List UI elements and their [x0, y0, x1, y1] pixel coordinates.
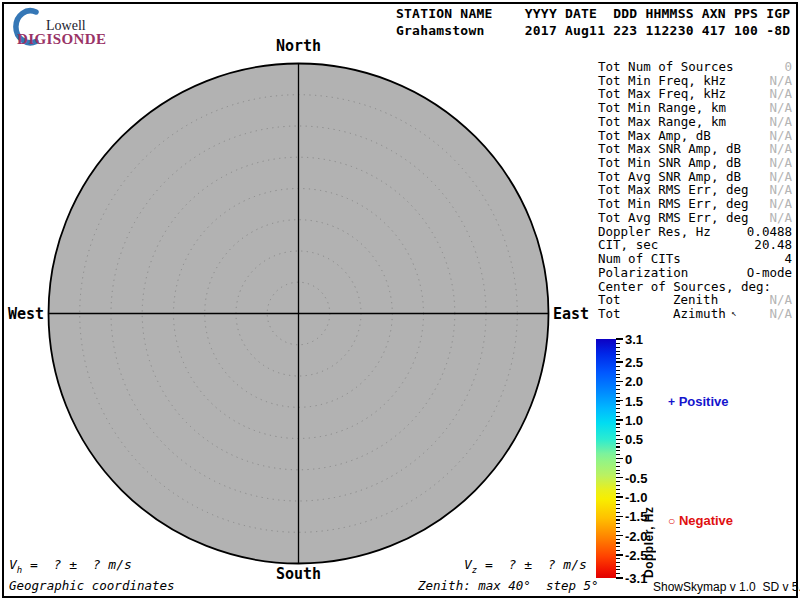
colorbar-tick — [616, 477, 623, 478]
stats-row: Num of CITs4 — [598, 252, 794, 266]
colorbar-tick-label: 0.5 — [625, 432, 643, 447]
colorbar-tick-label: 1.0 — [625, 412, 643, 427]
stats-label: Center of Sources, deg: — [598, 280, 771, 294]
stats-value: N/A — [769, 197, 792, 211]
colorbar-tick — [616, 400, 623, 401]
version-label: ShowSkymap v 1.0 SD v 5.1 — [653, 580, 800, 594]
stats-row: TotAzimuth ↖N/A — [598, 307, 794, 321]
compass-label-north: North — [47, 37, 550, 55]
stats-row: Tot Min RMS Err, degN/A — [598, 197, 794, 211]
stats-value: N/A — [769, 101, 792, 115]
stats-row: Tot Min Freq, kHzN/A — [598, 74, 794, 88]
stats-label: Doppler Res, Hz — [598, 225, 711, 239]
colorbar-tick-label: 3.1 — [625, 332, 643, 347]
vh-value: = ? ± ? m/s — [22, 557, 132, 572]
stats-value: N/A — [769, 156, 792, 170]
stats-label: Tot Min Freq, kHz — [598, 74, 726, 88]
stats-value: N/A — [769, 87, 792, 101]
azimuth-arrow-icon: ↖ — [726, 308, 737, 318]
stats-row: Tot Max SNR Amp, dBN/A — [598, 142, 794, 156]
legend-negative: ○ Negative — [668, 513, 733, 528]
stats-mid-label: Azimuth ↖ — [673, 307, 737, 323]
vz-value: = ? ± ? m/s — [477, 557, 587, 572]
positive-marker-icon: + — [668, 395, 675, 409]
stats-row: PolarizationO-mode — [598, 266, 794, 280]
colorbar-tick — [616, 439, 623, 440]
stats-value: N/A — [769, 129, 792, 143]
stats-label: Num of CITs — [598, 252, 681, 266]
stats-label: Tot Min Range, km — [598, 101, 726, 115]
showskymap-window: Lowell DIGISONDE STATION NAME YYYY DATE … — [0, 0, 800, 600]
stats-label: CIT, sec — [598, 238, 658, 252]
colorbar-tick — [616, 516, 623, 517]
stats-label: Tot Min RMS Err, deg — [598, 197, 749, 211]
colorbar-gradient — [596, 339, 616, 578]
legend-positive: + Positive — [668, 394, 729, 409]
vh-readout: Vh = ? ± ? m/s — [9, 557, 132, 575]
stats-value: N/A — [769, 170, 792, 184]
stats-row: CIT, sec20.48 — [598, 238, 794, 252]
stats-label: Tot Max RMS Err, deg — [598, 183, 749, 197]
stats-row: Doppler Res, Hz0.0488 — [598, 225, 794, 239]
stats-label: Tot Max Amp, dB — [598, 129, 711, 143]
stats-value: N/A — [769, 115, 792, 129]
colorbar-tick-label: 1.5 — [625, 393, 643, 408]
stats-value: N/A — [769, 307, 792, 321]
stats-value: O-mode — [747, 266, 792, 280]
stats-panel: Tot Num of Sources0Tot Min Freq, kHzN/AT… — [598, 60, 794, 321]
stats-value: 0.0488 — [747, 225, 792, 239]
stats-label: Tot Min SNR Amp, dB — [598, 156, 741, 170]
stats-value: N/A — [769, 74, 792, 88]
colorbar-tick — [616, 496, 623, 497]
stats-value: 4 — [784, 252, 792, 266]
stats-label: Tot — [598, 307, 621, 321]
stats-row: Tot Max Freq, kHzN/A — [598, 87, 794, 101]
stats-value: 20.48 — [754, 238, 792, 252]
legend-negative-label: Negative — [679, 513, 733, 528]
skymap-canvas — [47, 62, 550, 565]
coordinates-mode-label: Geographic coordinates — [9, 578, 175, 593]
stats-value: N/A — [769, 142, 792, 156]
compass-label-west: West — [0, 305, 44, 323]
stats-label: Tot Avg SNR Amp, dB — [598, 170, 741, 184]
stats-row: Tot Min SNR Amp, dBN/A — [598, 156, 794, 170]
stats-mid-label: Zenith — [673, 293, 718, 307]
stats-label: Tot — [598, 293, 621, 307]
colorbar-tick — [616, 577, 623, 578]
stats-value: N/A — [769, 211, 792, 225]
station-header-labels: STATION NAME YYYY DATE DDD HHMMSS AXN PP… — [396, 6, 790, 21]
colorbar-tick — [616, 338, 623, 339]
colorbar-tick-label: 2.5 — [625, 355, 643, 370]
station-header-values: Grahamstown 2017 Aug11 223 112230 417 10… — [396, 23, 790, 38]
stats-row: TotZenithN/A — [598, 293, 794, 307]
skymap-plot — [47, 62, 550, 565]
stats-value: 0 — [784, 60, 792, 74]
negative-marker-icon: ○ — [668, 514, 675, 528]
colorbar-tick — [616, 535, 623, 536]
stats-label: Tot Avg RMS Err, deg — [598, 211, 749, 225]
vh-symbol: V — [9, 557, 17, 572]
colorbar-tick — [616, 419, 623, 420]
stats-row: Center of Sources, deg: — [598, 280, 794, 294]
stats-label: Tot Max SNR Amp, dB — [598, 142, 741, 156]
colorbar-tick — [616, 361, 623, 362]
colorbar-tick — [616, 458, 623, 459]
stats-row: Tot Max RMS Err, degN/A — [598, 183, 794, 197]
stats-row: Tot Num of Sources0 — [598, 60, 794, 74]
stats-row: Tot Avg SNR Amp, dBN/A — [598, 170, 794, 184]
doppler-colorbar: 3.12.52.01.51.00.50-0.5-1.0-1.5-2.0-2.5-… — [596, 339, 716, 589]
stats-row: Tot Min Range, kmN/A — [598, 101, 794, 115]
stats-label: Polarization — [598, 266, 688, 280]
stats-row: Tot Avg RMS Err, degN/A — [598, 211, 794, 225]
colorbar-tick — [616, 554, 623, 555]
stats-value: N/A — [769, 183, 792, 197]
stats-label: Tot Max Range, km — [598, 115, 726, 129]
colorbar-axis-title: Doppler, Hz — [642, 339, 656, 578]
stats-value: N/A — [769, 293, 792, 307]
station-header: STATION NAME YYYY DATE DDD HHMMSS AXN PP… — [396, 6, 790, 39]
vz-symbol: V — [464, 557, 472, 572]
vz-readout: Vz = ? ± ? m/s — [464, 557, 587, 575]
colorbar-tick-label: 2.0 — [625, 374, 643, 389]
legend-positive-label: Positive — [679, 394, 729, 409]
stats-row: Tot Max Amp, dBN/A — [598, 129, 794, 143]
